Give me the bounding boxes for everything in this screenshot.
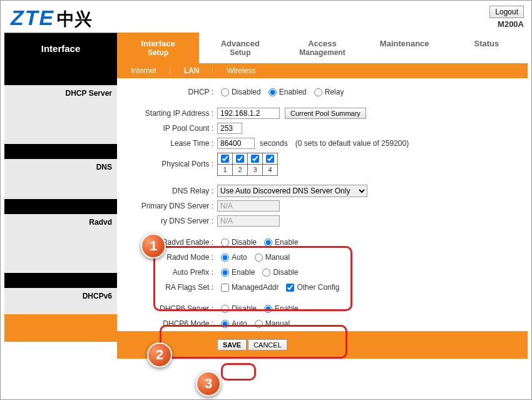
tab-advanced-setup[interactable]: AdvancedSetup xyxy=(199,33,281,63)
dhcp6-mode-label: DHCP6 Mode : xyxy=(117,319,217,328)
sidebar-section-dns: DNS xyxy=(4,159,117,199)
radvd-enable-radio[interactable] xyxy=(264,238,272,247)
lease-time-label: Lease Time : xyxy=(117,139,217,148)
dhcp6-server-disable-radio[interactable] xyxy=(221,305,229,313)
managed-addr-checkbox[interactable] xyxy=(221,284,229,292)
dhcp6-server-label: DHCP6 Server : xyxy=(117,304,217,313)
tab-interface-setup[interactable]: InterfaceSetup xyxy=(117,33,199,63)
dhcp6-mode-auto-radio[interactable] xyxy=(221,320,229,328)
secondary-dns-label: ry DNS Server : xyxy=(117,217,217,225)
dhcp-label: DHCP : xyxy=(117,88,217,96)
sidebar-footer xyxy=(4,314,117,342)
callout-3: 3 xyxy=(196,371,221,396)
footer-bar: SAVE CANCEL xyxy=(117,331,528,359)
tab-access-management[interactable]: AccessManagement xyxy=(281,33,363,63)
logo: ZTE 中兴 xyxy=(11,6,92,31)
primary-dns-label: Primary DNS Server : xyxy=(117,202,217,210)
subtab-internet[interactable]: Internet xyxy=(117,66,170,75)
dhcp-relay-label: Relay xyxy=(325,88,344,96)
port-1-checkbox[interactable] xyxy=(221,155,229,163)
starting-ip-input[interactable] xyxy=(217,108,280,119)
port-2-checkbox[interactable] xyxy=(236,155,244,163)
radvd-disable-radio[interactable] xyxy=(221,238,229,247)
lease-unit: seconds xyxy=(260,139,288,148)
tab-status[interactable]: Status xyxy=(446,33,528,63)
subtab-lan[interactable]: LAN xyxy=(170,66,213,75)
other-config-checkbox[interactable] xyxy=(286,284,294,292)
tab-maintenance[interactable]: Maintenance xyxy=(364,33,446,63)
radvd-mode-auto-radio[interactable] xyxy=(221,254,229,262)
ra-flags-label: RA Flags Set : xyxy=(117,283,217,292)
port-1-label: 1 xyxy=(218,164,233,175)
sidebar-title: Interface xyxy=(4,33,117,70)
dns-relay-label: DNS Relay : xyxy=(117,187,217,195)
radvd-mode-label: Radvd Mode : xyxy=(117,253,217,262)
port-4-checkbox[interactable] xyxy=(266,155,274,163)
dhcp-relay-radio[interactable] xyxy=(314,88,322,96)
save-button[interactable]: SAVE xyxy=(217,339,247,351)
sidebar-section-dhcp-server: DHCP Server xyxy=(4,85,117,144)
sidebar-section-dhcpv6: DHCPv6 xyxy=(4,288,117,314)
callout-box-3 xyxy=(221,363,256,381)
subtab-wireless[interactable]: Wireless xyxy=(213,66,269,75)
model-label: M200A xyxy=(489,19,524,29)
dhcp6-mode-manual-radio[interactable] xyxy=(255,320,263,328)
main-tabs: InterfaceSetup AdvancedSetup AccessManag… xyxy=(117,33,528,63)
sidebar: Interface DHCP Server DNS Radvd DHCPv6 xyxy=(4,33,117,359)
starting-ip-label: Starting IP Address : xyxy=(117,109,217,118)
pool-count-label: IP Pool Count : xyxy=(117,124,217,133)
dhcp6-server-enable-radio[interactable] xyxy=(264,305,272,313)
ports-label: Physical Ports : xyxy=(117,160,217,168)
secondary-dns-input xyxy=(217,215,280,227)
primary-dns-input xyxy=(217,200,280,212)
auto-prefix-label: Auto Prefix : xyxy=(117,268,217,277)
sidebar-divider xyxy=(4,199,117,214)
port-3-label: 3 xyxy=(248,164,263,175)
logo-cn: 中兴 xyxy=(57,8,92,31)
dhcp-enabled-radio[interactable] xyxy=(269,88,277,96)
port-2-label: 2 xyxy=(233,164,248,175)
header: ZTE 中兴 Logout M200A xyxy=(4,4,528,33)
dhcp-enabled-label: Enabled xyxy=(279,88,307,96)
dns-relay-select[interactable]: Use Auto Discovered DNS Server Only xyxy=(217,185,367,197)
dhcp-disabled-radio[interactable] xyxy=(221,88,229,96)
port-4-label: 4 xyxy=(263,164,278,175)
sidebar-divider xyxy=(4,144,117,159)
sidebar-divider xyxy=(4,70,117,85)
ports-table: 1 2 3 4 xyxy=(217,153,278,176)
cancel-button[interactable]: CANCEL xyxy=(248,339,287,351)
port-3-checkbox[interactable] xyxy=(251,155,259,163)
sidebar-section-radvd: Radvd xyxy=(4,214,117,273)
lease-time-input[interactable] xyxy=(217,138,255,149)
radvd-mode-manual-radio[interactable] xyxy=(255,254,263,262)
sub-tabs: Internet LAN Wireless xyxy=(117,63,528,78)
logo-zte: ZTE xyxy=(11,6,54,30)
pool-count-input[interactable] xyxy=(217,123,242,134)
pool-summary-button[interactable]: Current Pool Summary xyxy=(285,108,366,119)
sidebar-divider xyxy=(4,273,117,288)
dhcp-disabled-label: Disabled xyxy=(232,88,261,96)
auto-prefix-disable-radio[interactable] xyxy=(262,269,270,277)
auto-prefix-enable-radio[interactable] xyxy=(221,269,229,277)
logout-button[interactable]: Logout xyxy=(489,6,524,18)
radvd-enable-label: Radvd Enable : xyxy=(117,238,217,247)
lease-note: (0 sets to default value of 259200) xyxy=(295,139,409,148)
